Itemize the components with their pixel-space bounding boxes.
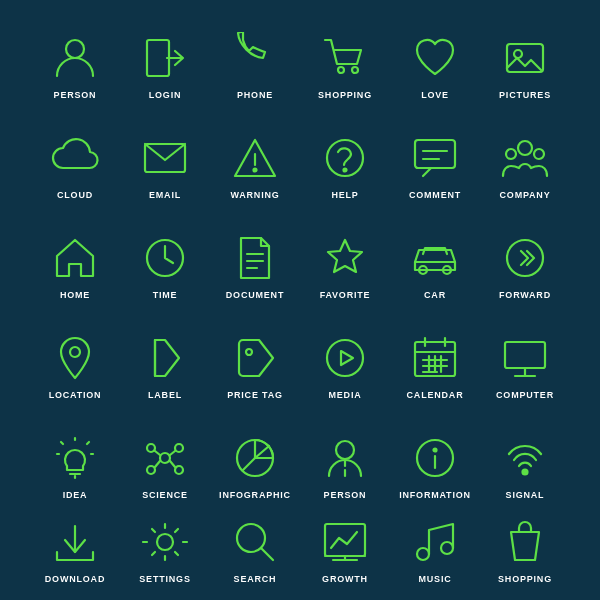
signal-icon [499, 432, 551, 484]
download-label: DOWNLOAD [45, 574, 105, 584]
pictures-icon [499, 32, 551, 84]
svg-rect-39 [505, 342, 545, 368]
help-label: HELP [331, 190, 358, 200]
help-icon-cell[interactable]: HELP [300, 116, 390, 216]
svg-point-10 [344, 169, 347, 172]
settings-icon-cell[interactable]: SETTINGS [120, 516, 210, 584]
svg-line-57 [155, 461, 160, 467]
science-label: SCIENCE [142, 490, 188, 500]
download-icon-cell[interactable]: DOWNLOAD [30, 516, 120, 584]
growth-icon-cell[interactable]: GROWTH [300, 516, 390, 584]
location-icon-cell[interactable]: LOCATION [30, 316, 120, 416]
email-label: EMAIL [149, 190, 181, 200]
calendar-icon [409, 332, 461, 384]
price-tag-icon [229, 332, 281, 384]
help-icon [319, 132, 371, 184]
infographic-label: INFOGRAPHIC [219, 490, 291, 500]
signal-icon-cell[interactable]: SIGNAL [480, 416, 570, 516]
idea-icon-cell[interactable]: IDEA [30, 416, 120, 516]
cloud-icon-cell[interactable]: CLOUD [30, 116, 120, 216]
svg-point-62 [336, 441, 354, 459]
svg-point-68 [523, 470, 528, 475]
media-icon-cell[interactable]: MEDIA [300, 316, 390, 416]
label-icon-cell[interactable]: LABEL [120, 316, 210, 416]
forward-icon-cell[interactable]: FORWARD [480, 216, 570, 316]
warning-icon-cell[interactable]: WARNING [210, 116, 300, 216]
document-icon-cell[interactable]: DOCUMENT [210, 216, 300, 316]
svg-point-2 [338, 67, 344, 73]
svg-point-0 [66, 40, 84, 58]
calendar-label: CALENDAR [407, 390, 464, 400]
svg-point-27 [246, 349, 252, 355]
forward-icon [499, 232, 551, 284]
document-icon [229, 232, 281, 284]
music-icon-cell[interactable]: MUSIC [390, 516, 480, 584]
shopping-label: SHOPPING [318, 90, 372, 100]
svg-rect-11 [415, 140, 455, 168]
svg-point-78 [441, 542, 453, 554]
favorite-icon-cell[interactable]: FAVORITE [300, 216, 390, 316]
idea-label: IDEA [63, 490, 88, 500]
price-tag-label: PRICE TAG [227, 390, 283, 400]
growth-label: GROWTH [322, 574, 368, 584]
idea-icon [49, 432, 101, 484]
infographic-icon [229, 432, 281, 484]
time-icon-cell[interactable]: TIME [120, 216, 210, 316]
computer-icon-cell[interactable]: COMPUTER [480, 316, 570, 416]
comment-icon-cell[interactable]: COMMENT [390, 116, 480, 216]
shopping-bag-icon [499, 516, 551, 568]
person2-label: PERSON [324, 490, 367, 500]
love-label: LOVE [421, 90, 449, 100]
information-icon-cell[interactable]: INFORMATION [390, 416, 480, 516]
shopping-bag-label: SHOPPING [498, 574, 552, 584]
shopping-cart-icon-cell[interactable]: SHOPPING [300, 16, 390, 116]
svg-point-14 [518, 141, 532, 155]
svg-point-77 [417, 548, 429, 560]
home-icon-cell[interactable]: HOME [30, 216, 120, 316]
cloud-label: CLOUD [57, 190, 93, 200]
signal-label: SIGNAL [506, 490, 545, 500]
svg-rect-73 [325, 524, 365, 556]
person2-icon-cell[interactable]: PERSON [300, 416, 390, 516]
download-icon [49, 516, 101, 568]
science-icon-cell[interactable]: SCIENCE [120, 416, 210, 516]
information-icon [409, 432, 461, 484]
svg-line-56 [170, 451, 175, 455]
login-label: LOGIN [149, 90, 182, 100]
car-icon-cell[interactable]: CAR [390, 216, 480, 316]
pictures-icon-cell[interactable]: PICTURES [480, 16, 570, 116]
time-icon [139, 232, 191, 284]
love-icon-cell[interactable]: LOVE [390, 16, 480, 116]
person-label: PERSON [54, 90, 97, 100]
person-icon-cell[interactable]: PERSON [30, 16, 120, 116]
shopping-bag-icon-cell[interactable]: SHOPPING [480, 516, 570, 584]
login-icon-cell[interactable]: LOGIN [120, 16, 210, 116]
settings-label: SETTINGS [139, 574, 190, 584]
music-icon [409, 516, 461, 568]
svg-point-53 [147, 466, 155, 474]
science-icon [139, 432, 191, 484]
email-icon-cell[interactable]: EMAIL [120, 116, 210, 216]
svg-point-5 [514, 50, 522, 58]
price-tag-icon-cell[interactable]: PRICE TAG [210, 316, 300, 416]
svg-point-25 [70, 347, 80, 357]
warning-icon [229, 132, 281, 184]
music-label: MUSIC [419, 574, 452, 584]
svg-point-16 [534, 149, 544, 159]
company-icon-cell[interactable]: COMPANY [480, 116, 570, 216]
infographic-icon-cell[interactable]: INFOGRAPHIC [210, 416, 300, 516]
calendar-icon-cell[interactable]: CALENDAR [390, 316, 480, 416]
media-icon [319, 332, 371, 384]
information-label: INFORMATION [399, 490, 471, 500]
svg-point-54 [175, 466, 183, 474]
svg-point-3 [352, 67, 358, 73]
media-label: MEDIA [329, 390, 362, 400]
location-label: LOCATION [49, 390, 102, 400]
svg-point-52 [175, 444, 183, 452]
company-icon [499, 132, 551, 184]
comment-label: COMMENT [409, 190, 461, 200]
love-icon [409, 32, 461, 84]
search-icon-cell[interactable]: SEARCH [210, 516, 300, 584]
phone-icon-cell[interactable]: PHONE [210, 16, 300, 116]
login-icon [139, 32, 191, 84]
